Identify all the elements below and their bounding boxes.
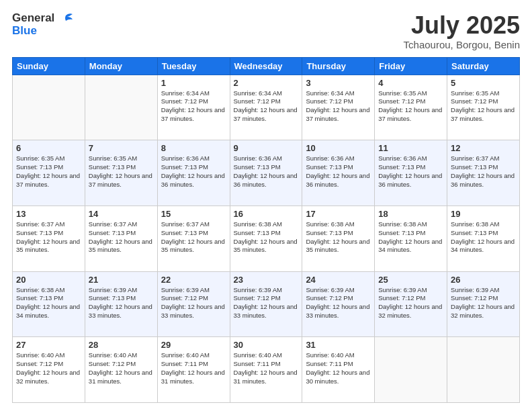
day-detail: Sunrise: 6:40 AMSunset: 7:11 PMDaylight:… [306,351,371,385]
day-detail: Sunrise: 6:37 AMSunset: 7:13 PMDaylight:… [89,220,154,255]
day-detail: Sunrise: 6:35 AMSunset: 7:13 PMDaylight:… [89,154,154,189]
table-row: 10Sunrise: 6:36 AMSunset: 7:13 PMDayligh… [302,140,375,206]
table-row: 5Sunrise: 6:35 AMSunset: 7:12 PMDaylight… [447,75,520,140]
sunrise-text: Sunrise: 6:38 AM [16,286,64,293]
day-number: 18 [378,209,443,219]
table-row: 27Sunrise: 6:40 AMSunset: 7:12 PMDayligh… [13,337,85,403]
sunset-text: Sunset: 7:13 PM [16,294,63,302]
day-detail: Sunrise: 6:34 AMSunset: 7:12 PMDaylight:… [234,89,299,124]
sunrise-text: Sunrise: 6:34 AM [161,89,210,97]
day-number: 20 [16,275,81,285]
sunset-text: Sunset: 7:13 PM [89,163,136,171]
col-friday: Friday [375,57,447,75]
day-number: 10 [306,143,371,153]
day-detail: Sunrise: 6:34 AMSunset: 7:12 PMDaylight:… [161,89,226,124]
sunset-text: Sunset: 7:13 PM [16,229,63,236]
day-detail: Sunrise: 6:37 AMSunset: 7:13 PMDaylight:… [451,154,516,189]
day-detail: Sunrise: 6:36 AMSunset: 7:13 PMDaylight:… [161,154,226,189]
sunrise-text: Sunrise: 6:35 AM [89,154,137,162]
sunrise-text: Sunrise: 6:37 AM [16,220,64,228]
table-row: 16Sunrise: 6:38 AMSunset: 7:13 PMDayligh… [230,205,302,271]
daylight-text: Daylight: 12 hours and 37 minutes. [451,106,515,122]
sunset-text: Sunset: 7:13 PM [378,163,425,171]
day-number: 17 [306,209,371,219]
calendar-week-row: 13Sunrise: 6:37 AMSunset: 7:13 PMDayligh… [13,205,520,271]
sunset-text: Sunset: 7:12 PM [451,97,498,105]
sunset-text: Sunset: 7:13 PM [234,229,281,236]
day-detail: Sunrise: 6:38 AMSunset: 7:13 PMDaylight:… [451,220,516,255]
sunrise-text: Sunrise: 6:40 AM [89,351,137,359]
day-number: 13 [16,209,81,219]
day-detail: Sunrise: 6:39 AMSunset: 7:12 PMDaylight:… [378,286,443,320]
day-detail: Sunrise: 6:35 AMSunset: 7:12 PMDaylight:… [451,89,516,124]
daylight-text: Daylight: 12 hours and 33 minutes. [234,303,298,319]
day-number: 22 [161,275,226,285]
sunrise-text: Sunrise: 6:39 AM [378,286,427,293]
day-number: 25 [378,275,443,285]
table-row: 24Sunrise: 6:39 AMSunset: 7:12 PMDayligh… [302,271,375,337]
day-number: 11 [378,143,443,153]
day-number: 16 [234,209,299,219]
sunset-text: Sunset: 7:12 PM [234,294,281,302]
daylight-text: Daylight: 12 hours and 37 minutes. [306,106,369,122]
sunset-text: Sunset: 7:13 PM [306,163,353,171]
sunrise-text: Sunrise: 6:38 AM [306,220,354,228]
table-row: 11Sunrise: 6:36 AMSunset: 7:13 PMDayligh… [375,140,447,206]
daylight-text: Daylight: 12 hours and 34 minutes. [378,238,442,254]
table-row: 25Sunrise: 6:39 AMSunset: 7:12 PMDayligh… [375,271,447,337]
daylight-text: Daylight: 12 hours and 36 minutes. [378,172,442,188]
logo: General Blue [12,12,58,37]
day-number: 26 [451,275,516,285]
sunrise-text: Sunrise: 6:37 AM [451,154,499,162]
col-wednesday: Wednesday [230,57,302,75]
daylight-text: Daylight: 12 hours and 35 minutes. [161,238,225,254]
sunset-text: Sunset: 7:11 PM [234,360,281,367]
sunset-text: Sunset: 7:13 PM [161,229,208,236]
day-detail: Sunrise: 6:40 AMSunset: 7:11 PMDaylight:… [234,351,299,385]
logo-general: General [12,11,54,24]
daylight-text: Daylight: 12 hours and 33 minutes. [161,303,225,319]
table-row: 28Sunrise: 6:40 AMSunset: 7:12 PMDayligh… [85,337,157,403]
daylight-text: Daylight: 12 hours and 34 minutes. [451,238,515,254]
day-number: 23 [234,275,299,285]
logo-blue: Blue [12,25,58,38]
calendar-table: Sunday Monday Tuesday Wednesday Thursday… [12,57,520,403]
table-row: 30Sunrise: 6:40 AMSunset: 7:11 PMDayligh… [230,337,302,403]
sunrise-text: Sunrise: 6:40 AM [234,351,282,359]
day-detail: Sunrise: 6:35 AMSunset: 7:12 PMDaylight:… [378,89,443,124]
col-saturday: Saturday [447,57,520,75]
page: General Blue July 2025 Tchaourou, Borgou… [0,0,532,411]
day-number: 19 [451,209,516,219]
day-detail: Sunrise: 6:36 AMSunset: 7:13 PMDaylight:… [306,154,371,189]
day-number: 1 [161,78,226,88]
sunset-text: Sunset: 7:13 PM [234,163,281,171]
daylight-text: Daylight: 12 hours and 34 minutes. [16,303,80,319]
sunrise-text: Sunrise: 6:40 AM [161,351,210,359]
daylight-text: Daylight: 12 hours and 36 minutes. [234,172,298,188]
daylight-text: Daylight: 12 hours and 31 minutes. [89,369,152,385]
day-number: 2 [234,78,299,88]
sunrise-text: Sunrise: 6:35 AM [16,154,64,162]
day-number: 15 [161,209,226,219]
sunrise-text: Sunrise: 6:36 AM [306,154,354,162]
sunrise-text: Sunrise: 6:38 AM [234,220,282,228]
table-row: 12Sunrise: 6:37 AMSunset: 7:13 PMDayligh… [447,140,520,206]
daylight-text: Daylight: 12 hours and 31 minutes. [234,369,298,385]
page-location: Tchaourou, Borgou, Benin [404,39,520,50]
sunset-text: Sunset: 7:12 PM [378,294,425,302]
sunset-text: Sunset: 7:12 PM [16,360,63,367]
table-row: 22Sunrise: 6:39 AMSunset: 7:12 PMDayligh… [157,271,230,337]
daylight-text: Daylight: 12 hours and 35 minutes. [89,238,152,254]
day-detail: Sunrise: 6:36 AMSunset: 7:13 PMDaylight:… [378,154,443,189]
sunset-text: Sunset: 7:13 PM [89,294,136,302]
day-number: 21 [89,275,154,285]
day-detail: Sunrise: 6:40 AMSunset: 7:12 PMDaylight:… [89,351,154,385]
daylight-text: Daylight: 12 hours and 36 minutes. [306,172,369,188]
sunset-text: Sunset: 7:13 PM [451,163,498,171]
sunrise-text: Sunrise: 6:34 AM [234,89,282,97]
day-number: 7 [89,143,154,153]
sunset-text: Sunset: 7:13 PM [16,163,63,171]
daylight-text: Daylight: 12 hours and 32 minutes. [451,303,515,319]
day-detail: Sunrise: 6:37 AMSunset: 7:13 PMDaylight:… [161,220,226,255]
sunrise-text: Sunrise: 6:39 AM [234,286,282,293]
